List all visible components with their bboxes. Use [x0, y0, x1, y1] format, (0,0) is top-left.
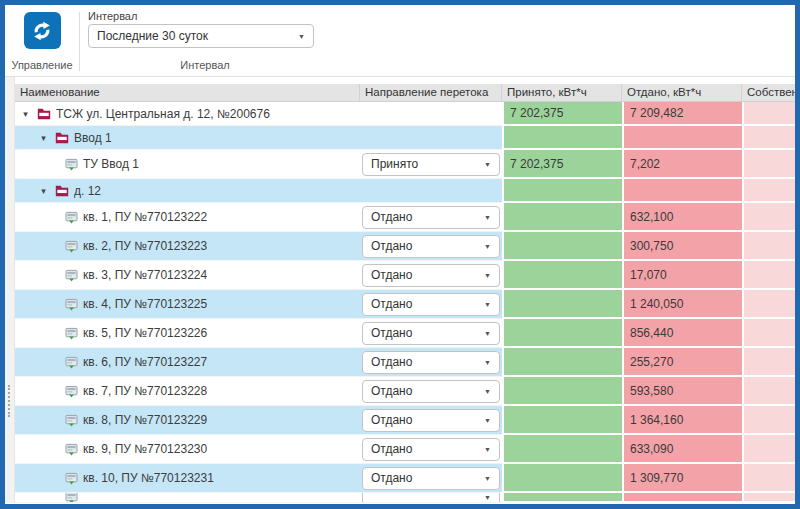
- expander-icon[interactable]: ▾: [37, 186, 50, 196]
- cell-given: 632,100: [622, 203, 742, 232]
- meter-icon: [65, 414, 78, 427]
- column-header-direction[interactable]: Направление перетока: [360, 84, 502, 101]
- grid-body: ▾ ТСЖ ул. Центральная д. 12, №200676 7 2…: [15, 102, 795, 503]
- table-row[interactable]: кв. 5, ПУ №770123226 Отдано ▼ 856,440: [15, 319, 795, 348]
- table-row[interactable]: кв. 7, ПУ №770123228 Отдано ▼ 593,580: [15, 377, 795, 406]
- cell-received: [502, 406, 622, 435]
- cell-direction: Отдано ▼: [360, 435, 502, 464]
- direction-combobox[interactable]: Отдано ▼: [362, 351, 500, 374]
- cell-received: [502, 232, 622, 261]
- app-window: Управление Интервал Последние 30 суток ▼…: [0, 0, 800, 509]
- sync-icon: [29, 18, 55, 44]
- table-row[interactable]: кв. 2, ПУ №770123223 Отдано ▼ 300,750: [15, 232, 795, 261]
- chevron-down-icon: ▼: [484, 330, 491, 337]
- direction-combobox-value: Отдано: [371, 413, 412, 427]
- chevron-down-icon: ▼: [484, 446, 491, 453]
- cell-name: ▾ д. 12: [15, 179, 360, 203]
- toolbar-group-management: Управление: [5, 5, 79, 76]
- expander-icon[interactable]: ▾: [19, 109, 32, 119]
- cell-received: 7 202,375: [502, 102, 622, 126]
- partial-row[interactable]: ▼: [15, 493, 795, 503]
- toolbar: Управление Интервал Последние 30 суток ▼…: [5, 5, 795, 77]
- cell-received: [502, 203, 622, 232]
- direction-combobox-value: Отдано: [371, 297, 412, 311]
- cell-own: [742, 435, 795, 464]
- chevron-down-icon: ▼: [484, 475, 491, 482]
- row-label: кв. 6, ПУ №770123227: [83, 355, 207, 369]
- row-label: кв. 10, ПУ №770123231: [83, 471, 214, 485]
- table-row[interactable]: ▾ д. 12: [15, 179, 795, 203]
- direction-combobox-value: Отдано: [371, 210, 412, 224]
- column-header-received[interactable]: Принято, кВт*ч: [502, 84, 622, 101]
- direction-combobox-value: Отдано: [371, 268, 412, 282]
- cell-name: кв. 10, ПУ №770123231: [15, 464, 360, 493]
- cell-direction: [360, 179, 502, 203]
- table-row[interactable]: кв. 8, ПУ №770123229 Отдано ▼ 1 364,160: [15, 406, 795, 435]
- table-row[interactable]: кв. 9, ПУ №770123230 Отдано ▼ 633,090: [15, 435, 795, 464]
- direction-combobox-value: Отдано: [371, 384, 412, 398]
- cell-direction: Отдано ▼: [360, 203, 502, 232]
- row-label: кв. 5, ПУ №770123226: [83, 326, 207, 340]
- table-row[interactable]: ▾ Ввод 1: [15, 126, 795, 150]
- cell-name: кв. 9, ПУ №770123230: [15, 435, 360, 464]
- cell-direction: Отдано ▼: [360, 319, 502, 348]
- cell-name: кв. 2, ПУ №770123223: [15, 232, 360, 261]
- cell-given: [622, 493, 742, 503]
- meter-icon: [65, 240, 78, 253]
- expander-icon[interactable]: ▾: [37, 133, 50, 143]
- cell-name: кв. 6, ПУ №770123227: [15, 348, 360, 377]
- direction-combobox[interactable]: Принято ▼: [362, 153, 500, 176]
- table-row[interactable]: ▾ ТСЖ ул. Центральная д. 12, №200676 7 2…: [15, 102, 795, 126]
- cell-given: 856,440: [622, 319, 742, 348]
- direction-combobox[interactable]: Отдано ▼: [362, 235, 500, 258]
- interval-field-label: Интервал: [88, 10, 137, 22]
- folder-icon: [55, 185, 69, 197]
- cell-own: [742, 290, 795, 319]
- cell-own: [742, 203, 795, 232]
- cell-own: [742, 406, 795, 435]
- cell-received: [502, 126, 622, 150]
- direction-combobox[interactable]: Отдано ▼: [362, 264, 500, 287]
- table-row[interactable]: кв. 1, ПУ №770123222 Отдано ▼ 632,100: [15, 203, 795, 232]
- table-row[interactable]: кв. 3, ПУ №770123224 Отдано ▼ 17,070: [15, 261, 795, 290]
- cell-given: 17,070: [622, 261, 742, 290]
- row-label: Ввод 1: [74, 131, 112, 145]
- table-row[interactable]: кв. 6, ПУ №770123227 Отдано ▼ 255,270: [15, 348, 795, 377]
- chevron-down-icon: ▼: [484, 243, 491, 250]
- table-row[interactable]: ТУ Ввод 1 Принято ▼ 7 202,375 7,202: [15, 150, 795, 179]
- direction-combobox[interactable]: ▼: [362, 493, 500, 503]
- direction-combobox[interactable]: Отдано ▼: [362, 438, 500, 461]
- cell-own: [742, 261, 795, 290]
- meter-icon: [65, 298, 78, 311]
- direction-combobox[interactable]: Отдано ▼: [362, 322, 500, 345]
- cell-given: 633,090: [622, 435, 742, 464]
- meter-icon: [65, 356, 78, 369]
- splitter-gutter[interactable]: [5, 77, 15, 503]
- table-row[interactable]: кв. 4, ПУ №770123225 Отдано ▼ 1 240,050: [15, 290, 795, 319]
- row-label: кв. 3, ПУ №770123224: [83, 268, 207, 282]
- column-header-own[interactable]: Собственн: [742, 84, 795, 101]
- table-row[interactable]: кв. 10, ПУ №770123231 Отдано ▼ 1 309,770: [15, 464, 795, 493]
- cell-direction: [360, 126, 502, 150]
- cell-name: кв. 7, ПУ №770123228: [15, 377, 360, 406]
- cell-own: [742, 179, 795, 203]
- column-header-given[interactable]: Отдано, кВт*ч: [622, 84, 742, 101]
- cell-own: [742, 319, 795, 348]
- chevron-down-icon: ▼: [484, 417, 491, 424]
- row-label: кв. 9, ПУ №770123230: [83, 442, 207, 456]
- direction-combobox[interactable]: Отдано ▼: [362, 380, 500, 403]
- column-header-name[interactable]: Наименование: [15, 84, 360, 101]
- sync-button[interactable]: [24, 12, 61, 49]
- interval-combobox[interactable]: Последние 30 суток ▼: [88, 24, 314, 48]
- chevron-down-icon: ▼: [484, 301, 491, 308]
- direction-combobox-value: Принято: [371, 157, 418, 171]
- direction-combobox[interactable]: Отдано ▼: [362, 409, 500, 432]
- splitter-grip-icon[interactable]: [8, 385, 10, 417]
- chevron-down-icon: ▼: [484, 272, 491, 279]
- direction-combobox[interactable]: Отдано ▼: [362, 467, 500, 490]
- direction-combobox[interactable]: Отдано ▼: [362, 206, 500, 229]
- direction-combobox[interactable]: Отдано ▼: [362, 293, 500, 316]
- cell-own: [742, 493, 795, 503]
- folder-icon: [37, 108, 51, 120]
- meter-icon: [65, 158, 78, 171]
